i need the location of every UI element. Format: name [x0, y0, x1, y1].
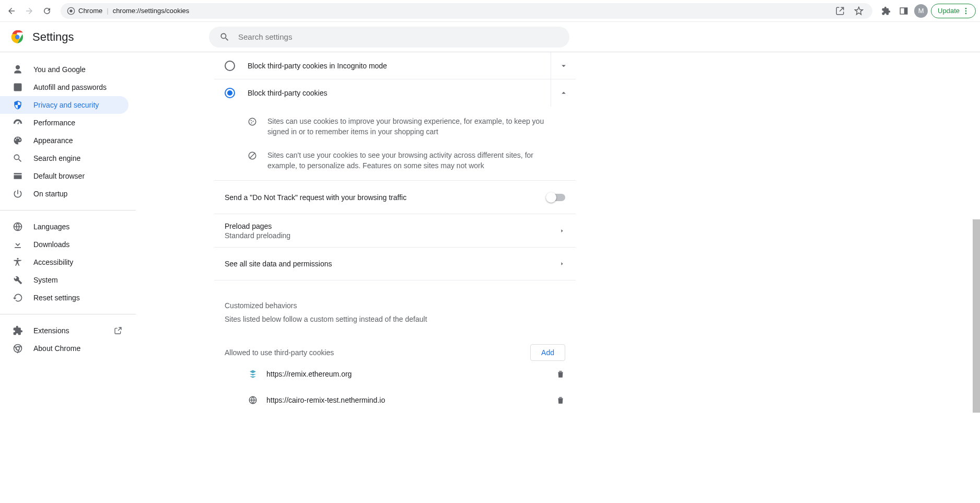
see-all-site-data-row[interactable]: See all site data and permissions	[214, 247, 576, 280]
radio-block-third-party[interactable]: Block third-party cookies	[214, 79, 576, 107]
svg-point-6	[965, 13, 967, 14]
reload-button[interactable]	[40, 4, 54, 18]
download-icon	[13, 239, 23, 250]
forward-button[interactable]	[22, 4, 37, 18]
sidebar-item-reset-settings[interactable]: Reset settings	[0, 289, 129, 307]
allowed-site-row[interactable]: https://remix.ethereum.org	[214, 361, 576, 387]
sidebar-item-languages[interactable]: Languages	[0, 218, 129, 236]
customized-sub: Sites listed below follow a custom setti…	[225, 315, 576, 323]
shield-icon	[13, 100, 23, 110]
back-button[interactable]	[4, 4, 19, 18]
preload-sub: Standard preloading	[225, 231, 559, 240]
url-path: chrome://settings/cookies	[113, 7, 190, 15]
sidebar-item-accessibility[interactable]: Accessibility	[0, 253, 129, 271]
detail-text: Sites can't use your cookies to see your…	[267, 150, 559, 171]
chevron-right-icon	[559, 261, 565, 267]
sidebar-item-appearance[interactable]: Appearance	[0, 132, 129, 149]
sidebar-item-on-startup[interactable]: On startup	[0, 185, 129, 203]
accessibility-icon	[13, 257, 23, 267]
settings-search[interactable]	[209, 27, 569, 48]
sidebar-item-you-and-google[interactable]: You and Google	[0, 61, 129, 78]
update-button[interactable]: Update	[931, 4, 976, 18]
expand-button[interactable]	[551, 52, 576, 79]
collapse-button[interactable]	[551, 79, 576, 107]
sidebar-item-autofill-and-passwords[interactable]: Autofill and passwords	[0, 78, 129, 96]
wrench-icon	[13, 275, 23, 285]
customized-heading: Customized behaviors	[225, 301, 576, 310]
sidebar-item-downloads[interactable]: Downloads	[0, 236, 129, 253]
panel-icon[interactable]	[896, 4, 911, 18]
chevron-up-icon	[559, 88, 568, 98]
bookmark-star-icon[interactable]	[851, 4, 866, 18]
detail-text: Sites can use cookies to improve your br…	[267, 116, 559, 137]
open-external-icon	[114, 326, 122, 335]
sidebar-item-system[interactable]: System	[0, 271, 129, 289]
search-icon	[13, 153, 23, 163]
palette-icon	[13, 135, 23, 146]
allowed-heading: Allowed to use third-party cookies	[225, 348, 334, 357]
search-icon	[219, 32, 230, 42]
sidebar-item-label: Search engine	[33, 154, 80, 162]
url-protocol-label: Chrome	[78, 7, 102, 15]
sidebar-item-privacy-and-security[interactable]: Privacy and security	[0, 96, 129, 114]
add-site-button[interactable]: Add	[530, 344, 565, 361]
sidebar-item-default-browser[interactable]: Default browser	[0, 167, 129, 185]
see-all-label: See all site data and permissions	[225, 260, 559, 268]
radio-icon	[225, 88, 235, 98]
sidebar-item-extensions[interactable]: Extensions	[0, 322, 129, 340]
site-url: https://cairo-remix-test.nethermind.io	[266, 396, 556, 404]
do-not-track-row[interactable]: Send a "Do Not Track" request with your …	[214, 180, 576, 214]
browser-icon	[13, 171, 23, 181]
sidebar-item-performance[interactable]: Performance	[0, 114, 129, 132]
sidebar-item-label: Privacy and security	[33, 101, 99, 109]
delete-site-button[interactable]	[556, 369, 565, 379]
preload-pages-row[interactable]: Preload pages Standard preloading	[214, 214, 576, 247]
update-label: Update	[938, 7, 960, 15]
svg-rect-3	[904, 8, 907, 14]
speed-icon	[13, 118, 23, 128]
sidebar-item-label: On startup	[33, 190, 67, 198]
svg-point-11	[14, 345, 22, 353]
delete-site-button[interactable]	[556, 395, 565, 405]
sidebar-item-label: Extensions	[33, 326, 69, 335]
address-bar[interactable]: Chrome | chrome://settings/cookies	[61, 3, 872, 19]
restore-icon	[13, 293, 23, 303]
extensions-puzzle-icon[interactable]	[879, 4, 893, 18]
svg-point-15	[252, 121, 253, 122]
assignment-icon	[13, 82, 23, 92]
profile-avatar[interactable]: M	[914, 4, 928, 18]
scrollbar-thumb[interactable]	[973, 219, 980, 413]
power-icon	[13, 189, 23, 199]
svg-point-1	[69, 9, 72, 12]
allowed-site-row[interactable]: https://cairo-remix-test.nethermind.io	[214, 387, 576, 413]
block-icon	[248, 150, 257, 171]
dnt-toggle[interactable]	[547, 194, 565, 201]
svg-point-16	[251, 122, 252, 123]
extension-icon	[13, 325, 23, 336]
trash-icon	[556, 395, 565, 405]
block-details: Sites can use cookies to improve your br…	[214, 107, 576, 180]
preload-title: Preload pages	[225, 222, 559, 230]
sidebar-item-about-chrome[interactable]: About Chrome	[0, 340, 129, 357]
sidebar-item-label: System	[33, 276, 58, 284]
chrome-logo-icon	[10, 30, 24, 44]
allowed-list-header: Allowed to use third-party cookies Add	[214, 344, 576, 361]
sidebar-item-label: Reset settings	[33, 294, 80, 302]
omnibox-separator: |	[107, 7, 108, 15]
radio-label: Block third-party cookies in Incognito m…	[248, 62, 546, 70]
sidebar-item-label: About Chrome	[33, 344, 80, 353]
radio-icon	[225, 61, 235, 71]
settings-search-input[interactable]	[238, 32, 559, 41]
radio-block-incognito[interactable]: Block third-party cookies in Incognito m…	[214, 52, 576, 79]
chevron-down-icon	[559, 61, 568, 71]
sidebar-item-search-engine[interactable]: Search engine	[0, 149, 129, 167]
chrome-icon	[13, 343, 23, 354]
sidebar-item-label: Autofill and passwords	[33, 83, 107, 91]
site-identity: Chrome	[67, 7, 102, 15]
dnt-label: Send a "Do Not Track" request with your …	[225, 193, 547, 202]
share-icon[interactable]	[833, 4, 847, 18]
sidebar-item-label: Accessibility	[33, 258, 73, 266]
settings-sidebar: You and GoogleAutofill and passwordsPriv…	[0, 52, 136, 503]
sidebar-item-label: Default browser	[33, 172, 85, 180]
svg-point-14	[251, 120, 252, 121]
